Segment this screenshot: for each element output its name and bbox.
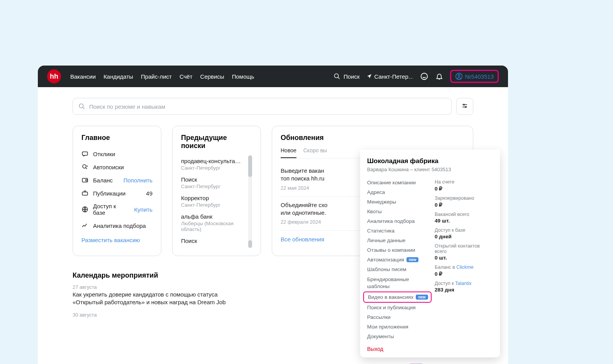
item-label: Автопоиски [93,164,124,170]
bell-icon[interactable] [435,72,443,80]
dd-video-vacancies[interactable]: Видео в вакансияхnew [363,292,432,303]
svg-point-4 [458,74,460,76]
prev-item[interactable]: альфа банкЛюберцы (Московская область) [181,211,245,235]
autosearch-item[interactable]: Автопоиски [81,160,152,174]
db-access-item[interactable]: Доступ к базе Купить [81,200,152,219]
balance-item[interactable]: Баланс Пополнить [81,174,152,187]
nav-pricelist[interactable]: Прайс-лист [141,73,172,80]
stat-label: Вакансий всего [435,212,493,217]
prev-item[interactable]: ПоискСанкт-Петербург [181,174,245,192]
dd-documents[interactable]: Документы [367,332,432,341]
topup-link[interactable]: Пополнить [124,177,152,184]
dd-branded-templates[interactable]: Брендированные шаблоны [367,274,432,292]
stat-label: Открытий контактов всего [435,243,493,254]
nav-vacancies[interactable]: Вакансии [70,73,96,80]
tab-soon[interactable]: Скоро вы [303,147,327,158]
user-line: Варвара Кошкина – клиент 5403513 [360,165,500,178]
city-label: Санкт-Петер… [374,73,413,80]
dd-my-apps[interactable]: Мои приложения [367,322,432,332]
user-icon [455,72,463,80]
stat-value: 0 шт. [435,255,493,261]
svg-rect-13 [82,179,88,182]
buy-link[interactable]: Купить [134,206,152,213]
dd-quotas[interactable]: Квоты [367,207,432,216]
search-input-wrap[interactable] [73,98,452,115]
scrollbar-thumb[interactable] [248,155,252,177]
svg-rect-11 [82,152,88,155]
updates-title: Обновления [281,134,464,142]
dd-managers[interactable]: Менеджеры [367,197,432,207]
stat-value: 49 шт. [435,218,493,224]
tab-new[interactable]: Новое [281,147,296,158]
item-label: Баланс [93,177,113,184]
search-trigger[interactable]: Поиск [334,73,360,80]
scrollbar[interactable] [248,155,252,248]
dd-search-publish[interactable]: Поиск и публикация [367,303,432,312]
settings-button[interactable] [456,98,473,115]
dd-reviews[interactable]: Отзывы о компании [367,245,432,255]
calendar-item[interactable]: 27 августа Как укрепить доверие кандидат… [73,284,242,307]
nav-candidates[interactable]: Кандидаты [103,73,133,80]
prev-sub: Санкт-Петербург [181,165,245,171]
stat-value: 0 ₽ [435,185,493,192]
dd-addresses[interactable]: Адреса [367,187,432,197]
place-vacancy-link[interactable]: Разместить вакансию [81,237,152,243]
svg-point-2 [421,73,427,80]
nav-help[interactable]: Помощь [232,73,254,80]
search-row [73,98,473,115]
item-label: Отклики [93,151,115,157]
prev-list: продавец-консульта…Санкт-Петербург Поиск… [181,155,252,248]
account-menu-trigger[interactable]: №5403513 [450,70,499,83]
dd-automation[interactable]: Автоматизацияnew [367,255,432,265]
nav-account[interactable]: Счёт [179,73,193,80]
prev-item[interactable]: Поиск [181,235,245,247]
svg-rect-14 [86,180,88,181]
dd-company-desc[interactable]: Описание компании [367,178,432,187]
dd-templates[interactable]: Шаблоны писем [367,265,432,274]
calendar-item[interactable]: 30 августа [73,312,242,318]
item-label: Публикации [93,190,125,197]
dd-mailings[interactable]: Рассылки [367,312,432,322]
stat-value: 0 ₽ [435,202,493,208]
stat-label: Доступ к Talantix [435,281,493,286]
stat-value: 0 дней [435,234,493,239]
autosearch-icon [81,163,88,170]
cal-date: 27 августа [73,284,242,290]
city-trigger[interactable]: Санкт-Петер… [367,73,413,80]
svg-point-0 [334,74,339,78]
prev-title: альфа банк [181,213,245,220]
prev-item[interactable]: продавец-консульта…Санкт-Петербург [181,155,245,174]
prev-sub: Люберцы (Московская область) [181,221,245,232]
dd-analytics[interactable]: Аналитика подбора [367,216,432,226]
dropdown-stats: На счете 0 ₽ Зарезервировано 0 ₽ Ваканси… [432,178,500,341]
wallet-icon [81,177,88,184]
publications-item[interactable]: Публикации 49 [81,187,152,200]
svg-line-6 [83,107,85,109]
new-badge: new [406,257,418,262]
chart-icon [81,222,88,229]
stat-label: Баланс в Clickme [435,265,493,270]
nav-services[interactable]: Сервисы [200,73,224,80]
resume-search-input[interactable] [89,103,446,110]
account-dropdown: Шоколадная фабрика Варвара Кошкина – кли… [360,150,500,357]
prev-title: продавец-консульта… [181,158,245,164]
publications-count: 49 [146,190,152,197]
clickme-link[interactable]: Clickme [456,265,473,270]
search-label: Поиск [344,73,360,80]
responses-item[interactable]: Отклики [81,147,152,160]
dd-personal[interactable]: Личные данные [367,236,432,245]
logo[interactable]: hh [47,69,61,83]
logout-link[interactable]: Выход [360,341,500,352]
prev-item[interactable]: КорректорСанкт-Петербург [181,192,245,211]
chat-bubble-icon [81,150,88,157]
item-label: Доступ к базе [93,203,130,216]
topbar-right: Поиск Санкт-Петер… №5403513 [334,70,499,83]
chat-icon[interactable] [420,72,428,81]
sliders-icon [461,103,468,110]
main-nav: Вакансии Кандидаты Прайс-лист Счёт Серви… [70,73,254,80]
analytics-item[interactable]: Аналитика подбора [81,219,152,232]
scrollbar-thumb[interactable] [248,240,252,248]
talantix-link[interactable]: Talantix [455,281,471,286]
dd-statistics[interactable]: Статистика [367,226,432,236]
svg-line-1 [338,77,340,79]
